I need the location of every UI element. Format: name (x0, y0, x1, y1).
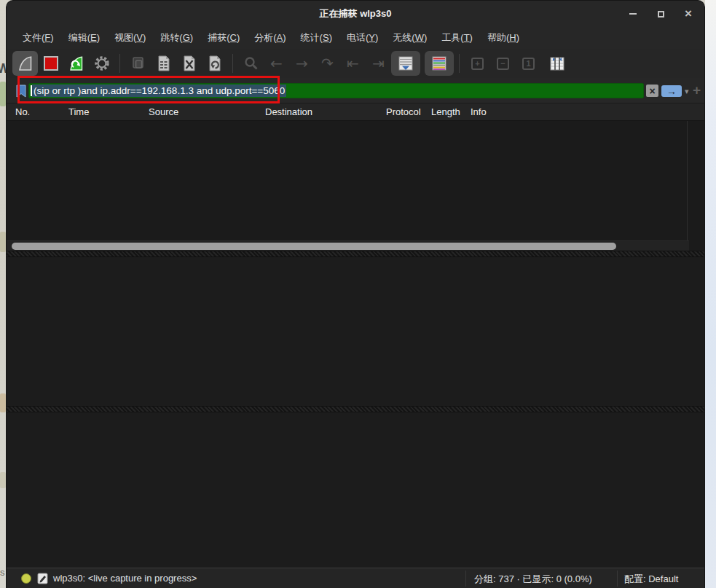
menu-edit[interactable]: 编辑(E) (61, 29, 107, 47)
resize-columns-icon (548, 55, 566, 72)
go-first-packet-button[interactable]: ⇤ (340, 51, 366, 76)
background-text-fragment: W (0, 61, 6, 77)
background-artifact (0, 82, 6, 106)
apply-arrow-icon: → (666, 86, 677, 96)
horizontal-scrollbar-thumb[interactable] (12, 243, 616, 250)
zoom-in-button[interactable]: + (465, 51, 490, 76)
save-file-icon (155, 55, 173, 72)
menu-analyze[interactable]: 分析(A) (247, 29, 293, 47)
colorize-button[interactable] (425, 51, 454, 76)
column-header-time[interactable]: Time (60, 106, 140, 117)
resize-columns-button[interactable] (544, 51, 570, 76)
toolbar-separator (232, 54, 233, 73)
column-header-length[interactable]: Length (422, 106, 462, 117)
plus-icon: + (693, 82, 701, 98)
display-filter-input[interactable]: (sip or rtp )and ip.addr==192.168.1.3 an… (28, 83, 644, 98)
status-bar: wlp3s0: <live capture in progress> 分组: 7… (7, 568, 704, 588)
vertical-scrollbar-gutter (687, 121, 688, 240)
close-icon: × (685, 8, 692, 20)
menu-view[interactable]: 视图(V) (107, 29, 153, 47)
last-packet-icon: ⇥ (372, 56, 385, 71)
start-capture-button[interactable] (12, 51, 38, 76)
close-button[interactable]: × (682, 8, 694, 20)
zoom-in-icon: + (471, 58, 484, 70)
maximize-button[interactable] (655, 8, 666, 20)
toolbar-separator (119, 54, 120, 73)
packet-list-header: No. Time Source Destination Protocol Len… (7, 103, 704, 121)
zoom-original-button[interactable]: 1 (516, 51, 541, 76)
restart-fin-icon (68, 55, 85, 72)
go-last-packet-button[interactable]: ⇥ (366, 51, 391, 76)
capture-status-text: wlp3s0: <live capture in progress> (53, 573, 197, 584)
wireshark-window: 正在捕获 wlp3s0 × 文件(F) 编辑(E) 视图(V) 跳转(G) 捕获… (6, 0, 705, 588)
minimize-button[interactable] (627, 8, 639, 20)
add-filter-button[interactable]: + (693, 82, 701, 98)
menu-telephony[interactable]: 电话(Y) (339, 29, 385, 47)
column-header-source[interactable]: Source (140, 106, 256, 117)
status-separator (465, 571, 466, 587)
column-header-destination[interactable]: Destination (256, 106, 377, 117)
gear-icon (93, 55, 111, 72)
capture-options-button[interactable] (89, 51, 114, 76)
colorize-icon (430, 55, 448, 72)
open-file-button[interactable] (125, 51, 151, 76)
stop-capture-button[interactable] (38, 51, 63, 76)
save-file-button[interactable] (151, 51, 176, 76)
filter-bookmark-icon[interactable] (15, 85, 27, 98)
close-file-icon (181, 55, 198, 72)
title-bar[interactable]: 正在捕获 wlp3s0 × (7, 1, 704, 27)
packet-list-pane[interactable] (7, 121, 704, 251)
zoom-original-icon: 1 (522, 58, 535, 70)
menu-wireless[interactable]: 无线(W) (385, 29, 434, 47)
profile-text[interactable]: 配置: Default (624, 573, 678, 586)
pane-splitter[interactable] (7, 251, 704, 257)
menu-capture[interactable]: 捕获(C) (200, 29, 247, 47)
apply-filter-button[interactable]: → (661, 85, 682, 97)
chevron-down-icon: ▾ (685, 87, 689, 96)
reload-file-button[interactable] (202, 51, 227, 76)
background-text-fragment: s (0, 567, 5, 578)
forward-arrow-icon: → (296, 56, 308, 71)
packet-count-text: 分组: 737 · 已显示: 0 (0.0%) (474, 573, 592, 586)
display-filter-bar: (sip or rtp )and ip.addr==192.168.1.3 an… (7, 78, 704, 103)
open-file-icon (130, 55, 147, 72)
search-icon (243, 55, 259, 71)
packet-bytes-pane[interactable] (7, 412, 704, 568)
column-header-no[interactable]: No. (7, 106, 60, 117)
go-back-button[interactable]: ← (264, 51, 289, 76)
column-header-protocol[interactable]: Protocol (377, 106, 422, 117)
menu-statistics[interactable]: 统计(S) (294, 29, 339, 47)
status-separator (617, 571, 618, 587)
minimize-icon (629, 13, 637, 15)
menu-bar: 文件(F) 编辑(E) 视图(V) 跳转(G) 捕获(C) 分析(A) 统计(S… (7, 27, 704, 49)
horizontal-scrollbar-track[interactable] (7, 240, 689, 251)
window-title: 正在捕获 wlp3s0 (320, 7, 392, 20)
zoom-out-icon: − (497, 58, 509, 70)
clear-icon: × (649, 85, 655, 97)
capture-comment-icon[interactable] (37, 573, 48, 584)
pane-splitter[interactable] (7, 406, 704, 412)
close-file-button[interactable] (176, 51, 202, 76)
filter-dropdown-button[interactable]: ▾ (685, 87, 689, 96)
maximize-icon (658, 11, 664, 17)
stop-icon (44, 56, 58, 71)
background-artifact (0, 472, 6, 488)
menu-help[interactable]: 帮助(H) (480, 29, 527, 47)
go-to-packet-button[interactable]: ↷ (315, 51, 340, 76)
first-packet-icon: ⇤ (347, 56, 359, 71)
auto-scroll-icon (397, 55, 414, 72)
column-header-info[interactable]: Info (462, 106, 704, 117)
menu-go[interactable]: 跳转(G) (153, 29, 200, 47)
expert-info-icon[interactable] (21, 573, 31, 584)
find-packet-button[interactable] (238, 51, 264, 76)
restart-capture-button[interactable] (63, 51, 89, 76)
zoom-out-button[interactable]: − (490, 51, 516, 76)
shark-fin-icon (17, 55, 34, 72)
auto-scroll-button[interactable] (391, 51, 420, 76)
clear-filter-button[interactable]: × (646, 85, 658, 97)
menu-tools[interactable]: 工具(T) (434, 29, 480, 47)
packet-details-pane[interactable] (7, 257, 704, 406)
go-forward-button[interactable]: → (289, 51, 315, 76)
background-artifact (0, 232, 6, 252)
menu-file[interactable]: 文件(F) (15, 29, 61, 47)
